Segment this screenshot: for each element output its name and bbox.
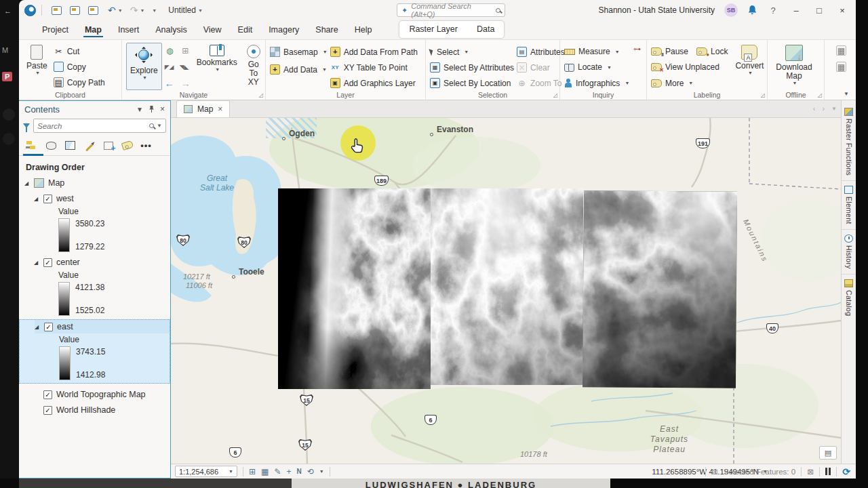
infographics-button[interactable]: Infographics▼	[564, 77, 629, 90]
pin-icon[interactable]	[149, 105, 155, 113]
tab-list-chevron-icon[interactable]: ▼	[831, 104, 837, 113]
utility-network-trace-icon[interactable]: ⊶	[632, 44, 642, 54]
list-by-editing-tab[interactable]	[83, 140, 96, 151]
tab-help[interactable]: Help	[347, 22, 380, 39]
clear-selection-icon[interactable]: ⊠	[807, 467, 814, 476]
tab-edit[interactable]: Edit	[230, 22, 261, 39]
measure-button[interactable]: Measure▼	[564, 45, 629, 58]
copy-path-button[interactable]: ▤Copy Path	[54, 75, 105, 89]
expand-icon[interactable]: ◢	[24, 180, 30, 186]
select-by-location-button[interactable]: ▣Select By Location	[430, 76, 514, 90]
snapping-icon[interactable]: N	[296, 468, 301, 475]
layer-checkbox[interactable]	[43, 406, 52, 415]
download-map-button[interactable]: Download Map ▼	[772, 43, 816, 90]
fixed-zoom-in-icon[interactable]: ◤◢	[165, 64, 174, 70]
filter-icon[interactable]	[23, 123, 30, 128]
list-by-snapping-tab[interactable]	[102, 140, 115, 151]
import-icon[interactable]	[52, 6, 62, 15]
minimize-button[interactable]: –	[789, 5, 803, 16]
layer-checkbox[interactable]	[43, 390, 52, 399]
command-search-input[interactable]: ✦ Command Search (Alt+Q)	[397, 3, 505, 17]
tree-item-map[interactable]: ◢ Map	[24, 176, 170, 190]
convert-labels-button[interactable]: Convert ▼	[732, 43, 767, 90]
xy-table-to-point-button[interactable]: XYXY Table To Point	[330, 60, 418, 75]
add-data-from-path-button[interactable]: Add Data From Path	[330, 45, 418, 59]
labeling-dialog-launcher-icon[interactable]: ◿	[761, 92, 765, 98]
pause-drawing-icon[interactable]	[825, 468, 831, 475]
map-scale-selector[interactable]: 1:1,254,686 ▼	[175, 466, 237, 477]
copy-button[interactable]: Copy	[54, 60, 105, 74]
collapse-ribbon-icon[interactable]: ▼	[844, 91, 849, 97]
account-name[interactable]: Shannon - Utah State University	[599, 5, 715, 15]
paste-button[interactable]: Paste ▼	[23, 43, 51, 90]
undo-icon[interactable]: ↶	[108, 5, 116, 16]
locate-button[interactable]: Locate▼	[564, 60, 629, 74]
bookmarks-button[interactable]: Bookmarks ▼	[193, 43, 241, 90]
tab-data[interactable]: Data	[467, 21, 504, 38]
expand-icon[interactable]: ◢	[35, 324, 40, 330]
add-graphics-layer-button[interactable]: ▣Add Graphics Layer	[330, 76, 418, 90]
attribute-table-icon[interactable]: ▦	[261, 467, 269, 476]
close-button[interactable]: ×	[835, 5, 849, 16]
map-overview-button[interactable]: ▤	[819, 446, 837, 460]
layer-checkbox[interactable]	[43, 195, 52, 203]
remove-download-icon[interactable]: ▦	[836, 62, 846, 72]
zoom-to-selection-icon[interactable]: ⊞	[180, 46, 191, 56]
notifications-bell-icon[interactable]	[747, 5, 757, 16]
offline-dialog-launcher-icon[interactable]: ◿	[818, 92, 822, 98]
explore-button[interactable]: Explore ▼	[126, 43, 162, 90]
scroll-tabs-right-icon[interactable]: ›	[822, 104, 825, 113]
edit-sketch-icon[interactable]: ✎	[274, 467, 281, 476]
tab-element[interactable]: Element	[842, 181, 856, 230]
pause-labeling-button[interactable]: ‖Pause	[651, 47, 688, 56]
tree-item-layer-center[interactable]: ◢ center	[34, 256, 170, 269]
tab-project[interactable]: Project	[34, 22, 77, 39]
navigate-dialog-launcher-icon[interactable]: ◿	[259, 92, 263, 98]
tree-item-world-hillshade[interactable]: World Hillshade	[34, 403, 170, 417]
select-by-attributes-button[interactable]: ▦Select By Attributes	[430, 60, 514, 75]
refresh-icon[interactable]: ⟳	[842, 466, 850, 477]
close-pane-icon[interactable]: ×	[160, 104, 165, 114]
fixed-zoom-out-icon[interactable]: ◥◣	[180, 64, 189, 70]
undo-dropdown-icon[interactable]: ▼	[118, 8, 123, 13]
crosshair-icon[interactable]: +	[286, 467, 291, 476]
tab-raster-layer[interactable]: Raster Layer	[399, 21, 467, 38]
layer-checkbox[interactable]	[44, 323, 53, 331]
status-tools-chevron-icon[interactable]: ▼	[319, 469, 324, 474]
search-options-chevron-icon[interactable]: ▼	[157, 123, 162, 129]
basemap-button[interactable]: Basemap▼	[270, 45, 328, 59]
next-extent-icon[interactable]: →	[181, 78, 191, 89]
quick-access-customize-icon[interactable]: ▼	[152, 8, 157, 13]
tab-catalog[interactable]: Catalog	[842, 274, 856, 321]
attributes-button[interactable]: ▤Attributes	[517, 45, 565, 59]
open-project-icon[interactable]	[70, 6, 80, 15]
redo-icon[interactable]: ↷	[130, 5, 138, 16]
tab-share[interactable]: Share	[307, 22, 346, 39]
full-extent-icon[interactable]: ◍	[165, 46, 175, 56]
redo-dropdown-icon[interactable]: ▼	[140, 8, 144, 13]
map-canvas[interactable]: Mountains	[171, 118, 841, 464]
list-by-labeling-tab[interactable]	[121, 140, 134, 151]
previous-extent-icon[interactable]: ←	[165, 78, 174, 89]
select-button[interactable]: Select▼	[430, 45, 514, 59]
list-by-drawing-order-tab[interactable]	[26, 140, 39, 151]
more-tabs-ellipsis[interactable]: •••	[140, 140, 153, 151]
contents-search-input[interactable]	[37, 122, 146, 130]
tab-insert[interactable]: Insert	[110, 22, 147, 39]
lock-labels-button[interactable]: ●Lock	[696, 47, 728, 56]
add-feature-icon[interactable]: ⊞	[249, 467, 256, 476]
tree-item-layer-west[interactable]: ◢ west	[34, 192, 170, 205]
map-view-tab[interactable]: Map ×	[176, 100, 230, 117]
help-icon[interactable]: ?	[766, 5, 780, 16]
tab-view[interactable]: View	[195, 22, 230, 39]
zoom-to-selection-button[interactable]: ⊕Zoom To	[517, 76, 565, 90]
tree-item-world-topographic[interactable]: World Topographic Map	[34, 388, 170, 401]
add-data-button[interactable]: Add Data▼	[270, 62, 328, 77]
clear-selection-button[interactable]: ✕Clear	[517, 60, 565, 75]
sync-layer-icon[interactable]: ▦	[836, 45, 846, 56]
tab-map[interactable]: Map	[77, 22, 110, 39]
project-title-dropdown-icon[interactable]: ▼	[198, 8, 203, 13]
close-tab-icon[interactable]: ×	[218, 104, 222, 114]
list-by-selection-tab[interactable]	[64, 140, 77, 151]
go-to-xy-button[interactable]: Go To XY	[243, 43, 264, 90]
